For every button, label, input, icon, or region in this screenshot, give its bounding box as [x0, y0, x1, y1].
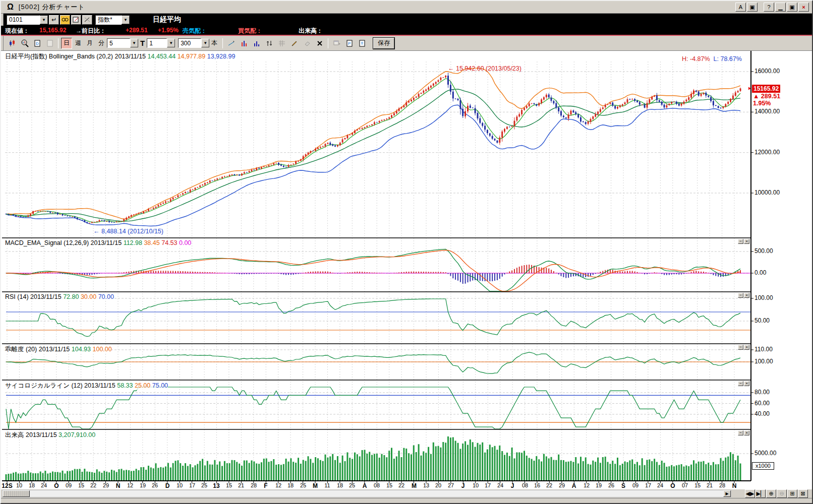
font-button[interactable]: A — [735, 3, 746, 12]
toolbar-grip2[interactable] — [1, 36, 4, 50]
zoom-in-button[interactable]: ⊕ — [766, 489, 776, 498]
zoom-chart-icon[interactable] — [19, 37, 31, 49]
pan-mode-button[interactable]: ◀▶ — [745, 489, 755, 498]
symbol-code-dropdown-button[interactable]: ▼ — [40, 16, 48, 24]
bar-count-value[interactable]: 300 — [179, 40, 194, 47]
pencil-draw-icon[interactable] — [288, 37, 301, 49]
category-dropdown-button[interactable]: ▼ — [122, 16, 130, 24]
psy-close-button[interactable]: × — [744, 381, 749, 386]
restore-button[interactable]: ▣ — [787, 3, 797, 12]
svg-text:D: D — [36, 41, 39, 46]
separator — [58, 38, 59, 48]
close-subchart-button[interactable]: ⊠ — [798, 489, 808, 498]
separator — [328, 38, 328, 48]
scrollbar-right-arrow[interactable]: ▶ — [723, 490, 731, 497]
bar-unit-label: 本 — [211, 39, 217, 47]
macd-minimize-button[interactable]: − — [738, 239, 743, 244]
rsi-minimize-button[interactable]: − — [738, 293, 743, 298]
change-label: →前日比： — [76, 27, 106, 35]
jump-latest-button[interactable]: ▶▏ — [756, 489, 766, 498]
period-daily-button[interactable]: 日 — [61, 38, 72, 49]
edit-memo-icon[interactable] — [71, 15, 81, 25]
separator — [222, 38, 223, 48]
binoculars-search-icon[interactable] — [60, 15, 70, 25]
toolbar-grip[interactable] — [1, 14, 4, 26]
indicator-histogram-icon[interactable] — [238, 37, 250, 49]
trendline-draw-icon[interactable] — [225, 37, 238, 49]
hide-draw-icon[interactable] — [82, 15, 92, 25]
period-monthly-button[interactable]: 月 — [84, 38, 95, 49]
minute-interval-select[interactable]: 5 — [107, 38, 130, 48]
grid-settings-icon[interactable] — [276, 37, 288, 49]
category-select[interactable]: 指数* — [95, 15, 122, 25]
tick-select[interactable]: 1 — [147, 38, 167, 48]
copy-page-icon[interactable] — [44, 37, 56, 49]
chart-area: 日経平均(指数) Bollinger_Bands (20,2) 2013/11/… — [1, 51, 813, 489]
chart-nav-buttons: ◀▶▶▏⊕⊖⊞⊠ — [745, 489, 808, 498]
bar-count-select[interactable]: 300 — [178, 38, 201, 48]
minute-interval-dropdown[interactable]: ▼ — [130, 39, 138, 47]
bar-count-dropdown[interactable]: ▼ — [201, 39, 209, 47]
period-weekly-button[interactable]: 週 — [73, 38, 84, 49]
minimize-button[interactable]: ▁ — [775, 3, 786, 12]
vol-close-button[interactable]: × — [744, 430, 749, 435]
volume-histogram-icon[interactable] — [251, 37, 263, 49]
candlestick-chart-icon[interactable] — [6, 37, 18, 49]
chart-toolbar: D 日 週 月 分 5 ▼ T 1 ▼ 300 ▼ 本 — [1, 36, 812, 51]
rsi-close-button[interactable]: × — [744, 293, 749, 298]
enter-button[interactable]: ↵ — [49, 15, 59, 25]
change-value: +289.51 — [126, 27, 148, 34]
volume-label: 出来高： — [299, 27, 323, 35]
grid-layout-button[interactable]: ⊞ — [787, 489, 797, 498]
layout-window-icon[interactable] — [331, 37, 343, 49]
window-footer — [1, 498, 812, 504]
vol-minimize-button[interactable]: − — [738, 430, 743, 435]
tick-value[interactable]: 1 — [147, 40, 162, 47]
current-price-label: 現在値： — [5, 27, 29, 35]
tick-dropdown[interactable]: ▼ — [167, 39, 175, 47]
bid-label: 買気配： — [238, 27, 262, 35]
new-chart-page-icon[interactable]: D — [31, 37, 43, 49]
symbol-name: 日経平均 — [153, 15, 181, 24]
kairi-minimize-button[interactable]: − — [738, 345, 743, 350]
close-button[interactable]: × — [798, 3, 809, 12]
titlebar-buttons: A▣?▁▣× — [735, 3, 809, 12]
kairi-close-button[interactable]: × — [744, 345, 749, 350]
period-minute-button[interactable]: 分 — [96, 38, 107, 49]
svg-text:P: P — [348, 41, 351, 46]
delete-drawing-icon[interactable] — [314, 37, 326, 49]
zoom-out-button[interactable]: ⊖ — [777, 489, 787, 498]
current-price-value: 15,165.92 — [39, 27, 66, 34]
chart-plot-area[interactable] — [1, 51, 813, 489]
help-button[interactable]: ? — [764, 3, 774, 12]
window-title: [5002] 分析チャート — [19, 3, 85, 12]
load-page-icon[interactable] — [356, 37, 368, 49]
minute-interval-value[interactable]: 5 — [107, 40, 123, 47]
quote-bar: 0101 ▼ ↵ 指数* ▼ 日経平均 — [1, 14, 812, 26]
change-pct-value: +1.95% — [158, 27, 179, 34]
psy-minimize-button[interactable]: − — [738, 381, 743, 386]
tick-label: T — [140, 39, 145, 47]
app-logo-icon: Ω — [7, 3, 14, 12]
horizontal-scrollbar[interactable]: ▶ — [2, 490, 731, 497]
titlebar[interactable]: Ω [5002] 分析チャート A▣?▁▣× — [1, 1, 812, 14]
price-bar: 現在値： 15,165.92 →前日比： +289.51 +1.95% 売気配：… — [1, 26, 812, 36]
category-value[interactable]: 指数* — [96, 16, 114, 24]
symbol-code-input[interactable]: 0101 — [7, 15, 40, 25]
analysis-chart-window: Ω [5002] 分析チャート A▣?▁▣× 0101 ▼ ↵ 指数* ▼ 日経… — [0, 0, 813, 504]
bottom-bar: ▶ ◀▶▶▏⊕⊖⊞⊠ — [1, 489, 812, 498]
symbol-code-value[interactable]: 0101 — [7, 16, 25, 23]
ask-label: 売気配： — [183, 27, 207, 35]
sort-arrows-icon[interactable] — [263, 37, 275, 49]
macd-close-button[interactable]: × — [744, 239, 749, 244]
save-button[interactable]: 保存 — [373, 38, 394, 49]
cascade-windows-button[interactable]: ▣ — [747, 3, 758, 12]
scrollbar-thumb[interactable] — [3, 490, 30, 497]
eraser-icon[interactable] — [301, 37, 313, 49]
save-page-icon[interactable]: P — [343, 37, 356, 49]
